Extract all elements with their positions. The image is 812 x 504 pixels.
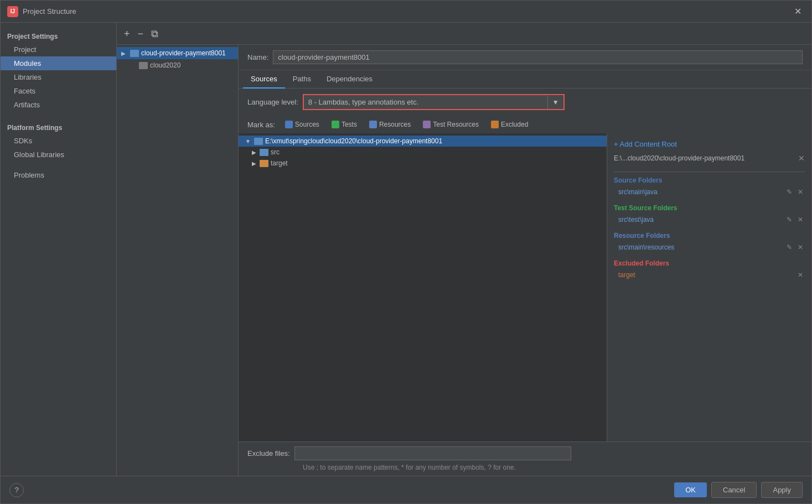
copy-module-button[interactable]: ⧉ bbox=[148, 28, 161, 40]
test-source-folder-edit-0[interactable]: ✎ bbox=[785, 215, 794, 224]
tab-paths[interactable]: Paths bbox=[285, 70, 319, 89]
ok-button[interactable]: OK bbox=[674, 482, 707, 497]
dialog-footer: ? OK Cancel Apply bbox=[1, 476, 811, 503]
content-root-path-text: E:\...cloud2020\cloud-provider-payment80… bbox=[614, 154, 744, 162]
language-level-wrapper: 8 - Lambdas, type annotations etc.7 - Di… bbox=[303, 94, 565, 110]
source-folder-actions-0: ✎ ✕ bbox=[785, 188, 805, 196]
tree-label-cloud2020: cloud2020 bbox=[150, 61, 180, 69]
mark-as-excluded-button[interactable]: Excluded bbox=[487, 119, 532, 130]
sidebar-item-global-libraries[interactable]: Global Libraries bbox=[1, 148, 116, 162]
content-root-path-row: E:\...cloud2020\cloud-provider-payment80… bbox=[614, 154, 805, 163]
language-level-row: Language level: 8 - Lambdas, type annota… bbox=[239, 89, 811, 116]
title-close-button[interactable]: ✕ bbox=[791, 5, 805, 18]
sidebar-item-problems[interactable]: Problems bbox=[1, 168, 116, 182]
source-folder-close-0[interactable]: ✕ bbox=[796, 188, 805, 196]
remove-module-button[interactable]: − bbox=[135, 28, 147, 40]
source-folders-category: Source Folders src\main\java ✎ ✕ bbox=[614, 176, 805, 198]
test-resources-mark-icon bbox=[423, 121, 431, 128]
excluded-folder-entry-0: target ✕ bbox=[614, 269, 805, 280]
sidebar-item-sdks[interactable]: SDKs bbox=[1, 134, 116, 148]
sources-mark-icon bbox=[285, 121, 293, 128]
test-source-folders-category: Test Source Folders src\test\java ✎ ✕ bbox=[614, 204, 805, 225]
tab-sources[interactable]: Sources bbox=[243, 70, 285, 89]
ft-label-src: src bbox=[271, 148, 280, 156]
test-source-folder-actions-0: ✎ ✕ bbox=[785, 215, 805, 224]
name-label: Name: bbox=[247, 53, 268, 61]
test-source-folder-close-0[interactable]: ✕ bbox=[796, 215, 805, 224]
apply-button[interactable]: Apply bbox=[761, 482, 803, 498]
resource-folders-category: Resource Folders src\main\resources ✎ ✕ bbox=[614, 232, 805, 253]
divider-1 bbox=[614, 172, 805, 172]
tab-dependencies[interactable]: Dependencies bbox=[319, 70, 380, 89]
platform-settings-label: Platform Settings bbox=[1, 118, 116, 134]
resource-folder-edit-0[interactable]: ✎ bbox=[785, 243, 794, 252]
ft-arrow-src: ▶ bbox=[252, 149, 256, 155]
resource-folder-path-0: src\main\resources bbox=[618, 243, 674, 251]
ft-label-root: E:\xmut\springcloud\cloud2020\cloud-prov… bbox=[265, 137, 442, 145]
right-panel: + − ⧉ ▶ cloud-provider-payment8001 bbox=[117, 23, 811, 476]
tests-mark-icon bbox=[332, 121, 339, 128]
bottom-area: Exclude files: Use ; to separate name pa… bbox=[239, 441, 811, 476]
resource-folders-title: Resource Folders bbox=[614, 232, 805, 240]
tab-content: Language level: 8 - Lambdas, type annota… bbox=[239, 89, 811, 476]
help-button[interactable]: ? bbox=[9, 483, 24, 497]
tabs-bar: Sources Paths Dependencies bbox=[239, 70, 811, 89]
sidebar-item-artifacts[interactable]: Artifacts bbox=[1, 98, 116, 112]
mark-as-label: Mark as: bbox=[247, 121, 275, 129]
test-source-folders-title: Test Source Folders bbox=[614, 204, 805, 212]
app-icon: IJ bbox=[7, 6, 18, 17]
resource-folder-close-0[interactable]: ✕ bbox=[796, 243, 805, 252]
file-tree-area: ▼ E:\xmut\springcloud\cloud2020\cloud-pr… bbox=[239, 133, 811, 441]
test-source-folder-path-0: src\test\java bbox=[618, 216, 654, 224]
ft-folder-target bbox=[260, 160, 268, 167]
file-tree-item-src[interactable]: ▶ src bbox=[239, 147, 607, 158]
sidebar-item-libraries[interactable]: Libraries bbox=[1, 70, 116, 84]
module-tree: ▶ cloud-provider-payment8001 cloud2020 bbox=[117, 45, 239, 476]
test-source-folder-entry-0: src\test\java ✎ ✕ bbox=[614, 214, 805, 225]
mark-as-sources-button[interactable]: Sources bbox=[281, 119, 324, 130]
module-detail: Name: Sources Paths Dependencies bbox=[239, 45, 811, 476]
mark-as-test-resources-button[interactable]: Test Resources bbox=[418, 119, 483, 130]
language-level-dropdown-arrow: ▼ bbox=[547, 96, 563, 109]
project-structure-dialog: IJ Project Structure ✕ Project Settings … bbox=[0, 0, 812, 504]
sidebar-item-facets[interactable]: Facets bbox=[1, 84, 116, 98]
ft-arrow-target: ▶ bbox=[252, 160, 256, 167]
sidebar: Project Settings Project Modules Librari… bbox=[1, 23, 117, 476]
name-row: Name: bbox=[239, 45, 811, 70]
file-tree-item-root[interactable]: ▼ E:\xmut\springcloud\cloud2020\cloud-pr… bbox=[239, 136, 607, 147]
folder-icon-cloud2020 bbox=[139, 62, 148, 69]
title-bar: IJ Project Structure ✕ bbox=[1, 1, 811, 23]
excluded-mark-label: Excluded bbox=[501, 121, 528, 128]
source-folder-entry-0: src\main\java ✎ ✕ bbox=[614, 186, 805, 198]
app-icon-text: IJ bbox=[11, 8, 15, 14]
exclude-files-label: Exclude files: bbox=[247, 449, 290, 458]
cancel-button[interactable]: Cancel bbox=[711, 482, 757, 498]
source-folder-edit-0[interactable]: ✎ bbox=[785, 188, 794, 196]
test-resources-mark-label: Test Resources bbox=[433, 121, 479, 128]
language-level-select[interactable]: 8 - Lambdas, type annotations etc.7 - Di… bbox=[304, 95, 547, 109]
mark-as-resources-button[interactable]: Resources bbox=[365, 119, 415, 130]
sidebar-item-project[interactable]: Project bbox=[1, 43, 116, 56]
excluded-folders-title: Excluded Folders bbox=[614, 259, 805, 267]
excluded-folder-close-0[interactable]: ✕ bbox=[796, 271, 805, 279]
resource-folder-actions-0: ✎ ✕ bbox=[785, 243, 805, 252]
add-module-button[interactable]: + bbox=[121, 28, 133, 40]
mark-as-tests-button[interactable]: Tests bbox=[327, 119, 361, 130]
name-input[interactable] bbox=[273, 50, 803, 64]
resource-folder-entry-0: src\main\resources ✎ ✕ bbox=[614, 242, 805, 253]
tree-item-cloud-provider[interactable]: ▶ cloud-provider-payment8001 bbox=[117, 47, 238, 59]
content-root-close-button[interactable]: ✕ bbox=[798, 154, 805, 163]
folder-icon-cloud-provider bbox=[130, 50, 139, 57]
exclude-files-input[interactable] bbox=[294, 446, 571, 460]
excluded-folder-path-0: target bbox=[618, 271, 635, 279]
add-content-root-button[interactable]: + Add Content Root bbox=[614, 138, 805, 150]
module-toolbar: + − ⧉ bbox=[117, 23, 811, 45]
tree-item-cloud2020[interactable]: cloud2020 bbox=[117, 59, 238, 71]
sidebar-item-modules[interactable]: Modules bbox=[1, 56, 116, 70]
file-tree-item-target[interactable]: ▶ target bbox=[239, 158, 607, 169]
tree-arrow-cloud-provider: ▶ bbox=[121, 50, 128, 56]
tree-label-cloud-provider: cloud-provider-payment8001 bbox=[141, 49, 226, 57]
sidebar-spacer-2 bbox=[1, 162, 116, 168]
ft-arrow-root: ▼ bbox=[245, 138, 251, 144]
source-folders-sidebar: + Add Content Root E:\...cloud2020\cloud… bbox=[607, 133, 811, 441]
